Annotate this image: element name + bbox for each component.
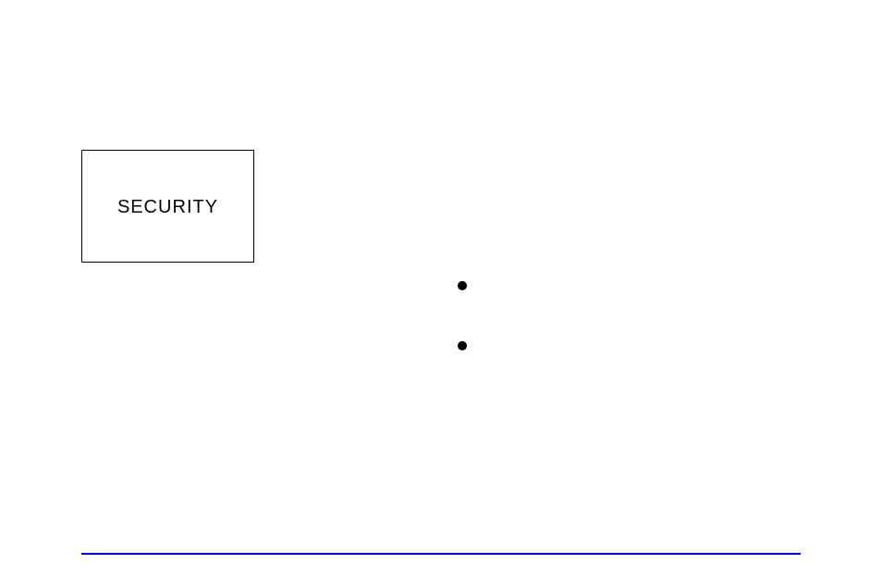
security-box: SECURITY <box>81 150 254 263</box>
bullet-dot <box>458 281 467 290</box>
footer-divider <box>81 553 801 555</box>
security-box-label: SECURITY <box>117 196 218 217</box>
bullet-dot <box>458 341 467 350</box>
bullet-list <box>458 281 467 401</box>
